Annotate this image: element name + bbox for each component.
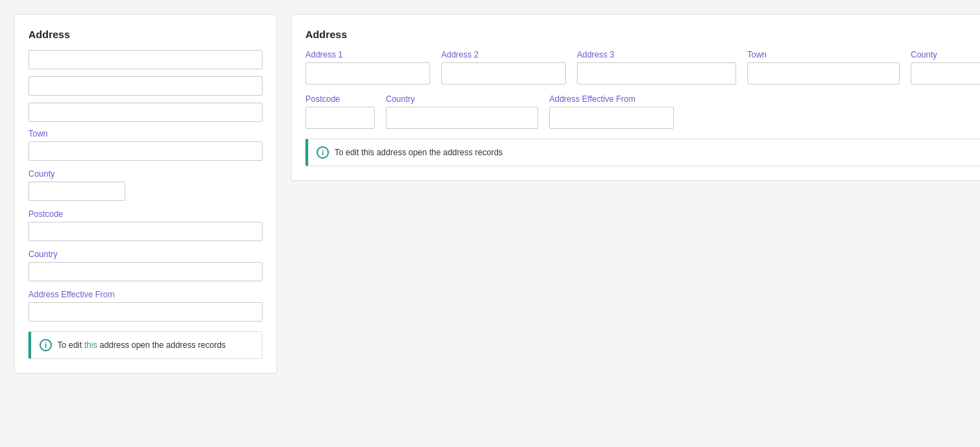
right-town-field: Town (747, 50, 900, 85)
right-country-field: Country (386, 94, 538, 129)
left-info-banner: i To edit this address open the address … (28, 331, 262, 359)
left-info-text-part1: To edit (57, 340, 84, 350)
left-effective-date-input[interactable] (28, 302, 262, 322)
right-address1-input[interactable] (305, 62, 430, 85)
left-effective-date-label: Address Effective From (28, 290, 262, 299)
right-effective-date-field: Address Effective From (549, 94, 674, 129)
right-county-field: County (911, 50, 980, 85)
right-address3-field: Address 3 (577, 50, 736, 85)
right-info-text: To edit this address open the address re… (335, 148, 503, 157)
right-town-label: Town (747, 50, 900, 60)
right-county-label: County (911, 50, 980, 60)
right-address1-label: Address 1 (305, 50, 430, 60)
right-country-input[interactable] (386, 107, 538, 129)
right-address3-input[interactable] (577, 62, 736, 85)
left-postcode-input[interactable] (28, 222, 262, 241)
right-postcode-label: Postcode (305, 94, 375, 104)
left-country-input[interactable] (28, 262, 262, 281)
right-info-banner: i To edit this address open the address … (305, 139, 980, 166)
page-layout: Address Town County Postcode Country Add… (14, 14, 966, 374)
left-address-line3-input[interactable] (28, 103, 262, 122)
right-postcode-input[interactable] (305, 107, 375, 129)
right-address2-input[interactable] (441, 62, 566, 85)
left-info-text: To edit this address open the address re… (57, 340, 226, 350)
left-card-title: Address (28, 28, 262, 40)
left-info-link[interactable]: this (84, 340, 98, 350)
right-address1-field: Address 1 (305, 50, 430, 85)
left-postcode-field: Postcode (28, 209, 262, 241)
right-effective-date-input[interactable] (549, 107, 674, 129)
right-address3-label: Address 3 (577, 50, 736, 60)
right-town-input[interactable] (747, 62, 900, 85)
right-county-input[interactable] (911, 62, 980, 85)
left-info-text-part2: address open the address records (97, 340, 225, 350)
left-address-card: Address Town County Postcode Country Add… (14, 14, 277, 374)
left-address-line1-input[interactable] (28, 50, 262, 69)
left-town-field: Town (28, 129, 262, 161)
left-country-label: Country (28, 249, 262, 259)
left-town-input[interactable] (28, 141, 262, 161)
right-address-card: Address Address 1 Address 2 Address 3 To… (291, 14, 980, 181)
right-country-label: Country (386, 94, 538, 104)
left-postcode-label: Postcode (28, 209, 262, 219)
right-postcode-field: Postcode (305, 94, 375, 129)
left-county-field: County (28, 169, 262, 201)
right-row-1: Address 1 Address 2 Address 3 Town Count… (305, 50, 980, 85)
left-town-label: Town (28, 129, 262, 139)
right-card-title: Address (305, 28, 980, 40)
right-info-icon: i (317, 146, 329, 159)
right-row-2: Postcode Country Address Effective From (305, 94, 980, 129)
left-county-label: County (28, 169, 262, 179)
left-county-input[interactable] (28, 182, 125, 201)
right-effective-date-label: Address Effective From (549, 94, 674, 104)
left-effective-date-field: Address Effective From (28, 290, 262, 322)
left-address-line2-input[interactable] (28, 76, 262, 96)
left-country-field: Country (28, 249, 262, 281)
right-address2-label: Address 2 (441, 50, 566, 60)
right-address2-field: Address 2 (441, 50, 566, 85)
left-info-icon: i (39, 339, 52, 351)
